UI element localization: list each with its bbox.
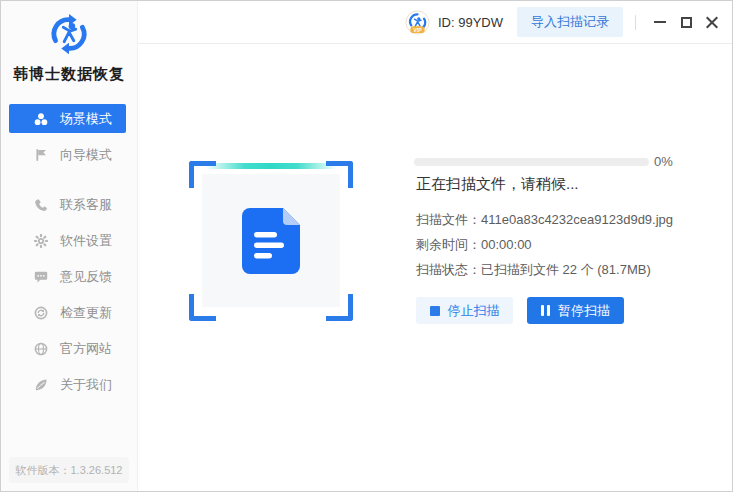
time-remaining-value: 00:00:00	[481, 237, 532, 252]
progress-percent: 0%	[654, 154, 673, 169]
contact-phone-icon	[34, 198, 48, 212]
sidebar-item-official-website[interactable]: 官方网站	[9, 334, 126, 363]
bracket-corner-top-left	[189, 161, 216, 188]
sidebar-item-contact-support[interactable]: 联系客服	[9, 190, 126, 219]
bracket-corner-top-right	[326, 161, 353, 188]
import-scan-record-button[interactable]: 导入扫描记录	[517, 7, 623, 37]
sidebar-item-check-update[interactable]: 检查更新	[9, 298, 126, 327]
wizard-flag-icon	[34, 148, 48, 162]
feedback-chat-icon	[34, 270, 48, 284]
sidebar-item-label: 关于我们	[60, 376, 112, 394]
scan-file-value: 411e0a83c4232cea9123d9d9.jpg	[481, 212, 673, 227]
scan-animation	[189, 161, 353, 321]
scan-state-row: 扫描状态：已扫描到文件 22 个 (81.7MB)	[416, 261, 651, 279]
menu-group-divider	[1, 176, 137, 190]
time-remaining-row: 剩余时间：00:00:00	[416, 236, 532, 254]
website-globe-icon	[34, 342, 48, 356]
sidebar-menu: 场景模式 向导模式 联系客服	[1, 104, 137, 399]
sidebar-item-label: 向导模式	[60, 146, 112, 164]
bracket-corner-bottom-left	[189, 294, 216, 321]
maximize-icon	[681, 17, 692, 28]
main-content: 0% 正在扫描文件，请稍候... 扫描文件：411e0a83c4232cea91…	[138, 44, 732, 491]
scan-beam	[205, 163, 337, 169]
bracket-corner-bottom-right	[326, 294, 353, 321]
title-bar: VIP ID: 99YDW 导入扫描记录	[138, 1, 732, 44]
minimize-button[interactable]	[648, 10, 672, 34]
sidebar-item-wizard-mode[interactable]: 向导模式	[9, 140, 126, 169]
version-badge: 软件版本：1.3.26.512	[9, 457, 129, 483]
scan-file-label: 扫描文件：	[416, 212, 481, 227]
sidebar-item-label: 官方网站	[60, 340, 112, 358]
scan-buttons: 停止扫描 暂停扫描	[416, 297, 624, 324]
app-logo	[1, 1, 137, 61]
header-divider	[635, 15, 636, 30]
app-title: 韩博士数据恢复	[1, 65, 137, 84]
close-icon	[706, 16, 719, 29]
app-window: 韩博士数据恢复 场景模式 向导模式 联系客服	[0, 0, 733, 492]
sidebar-item-scene-mode[interactable]: 场景模式	[9, 104, 126, 133]
recovery-arrows-logo-icon	[46, 11, 92, 57]
scan-state-value: 已扫描到文件 22 个 (81.7MB)	[481, 262, 651, 277]
sidebar-item-label: 联系客服	[60, 196, 112, 214]
close-button[interactable]	[700, 10, 724, 34]
version-text: 软件版本：1.3.26.512	[16, 463, 123, 478]
scan-status-title: 正在扫描文件，请稍候...	[416, 175, 579, 194]
settings-gear-icon	[34, 234, 48, 248]
vip-avatar-icon[interactable]: VIP	[405, 10, 430, 35]
progress-row: 0%	[414, 154, 673, 169]
check-update-icon	[34, 306, 48, 320]
maximize-button[interactable]	[674, 10, 698, 34]
time-remaining-label: 剩余时间：	[416, 237, 481, 252]
scan-file-row: 扫描文件：411e0a83c4232cea9123d9d9.jpg	[416, 211, 673, 229]
sidebar: 韩博士数据恢复 场景模式 向导模式 联系客服	[1, 1, 138, 491]
pause-icon	[541, 305, 550, 316]
minimize-icon	[654, 21, 666, 23]
pause-scan-label: 暂停扫描	[558, 302, 610, 320]
user-id: ID: 99YDW	[438, 15, 503, 30]
sidebar-item-label: 场景模式	[60, 110, 112, 128]
sidebar-item-label: 软件设置	[60, 232, 112, 250]
stop-icon	[430, 306, 440, 316]
scan-state-label: 扫描状态：	[416, 262, 481, 277]
pause-scan-button[interactable]: 暂停扫描	[527, 297, 624, 324]
sidebar-item-label: 意见反馈	[60, 268, 112, 286]
sidebar-item-about-us[interactable]: 关于我们	[9, 370, 126, 399]
progress-bar	[414, 158, 649, 166]
stop-scan-button[interactable]: 停止扫描	[416, 297, 513, 324]
about-us-leaf-icon	[34, 378, 48, 392]
sidebar-item-feedback[interactable]: 意见反馈	[9, 262, 126, 291]
stop-scan-label: 停止扫描	[448, 302, 500, 320]
document-file-icon	[242, 208, 300, 274]
sidebar-item-label: 检查更新	[60, 304, 112, 322]
scene-mode-icon	[34, 112, 48, 126]
vip-badge-text: VIP	[413, 26, 422, 32]
sidebar-item-settings[interactable]: 软件设置	[9, 226, 126, 255]
